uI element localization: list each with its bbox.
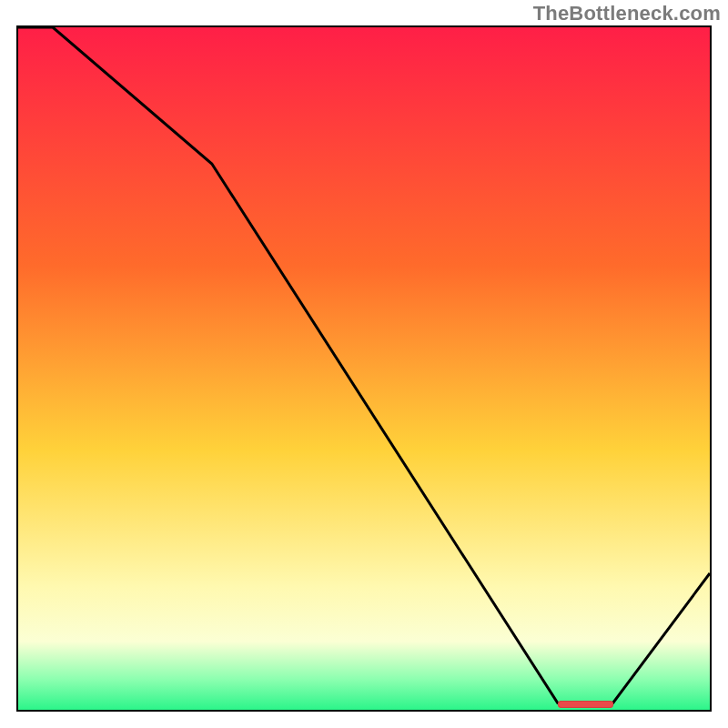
chart-background: [18, 27, 710, 710]
chart-stage: TheBottleneck.com: [0, 0, 728, 728]
chart-svg: [18, 27, 710, 710]
watermark-text: TheBottleneck.com: [533, 2, 721, 25]
plot-frame: [16, 25, 712, 712]
optimum-marker: [558, 701, 613, 708]
